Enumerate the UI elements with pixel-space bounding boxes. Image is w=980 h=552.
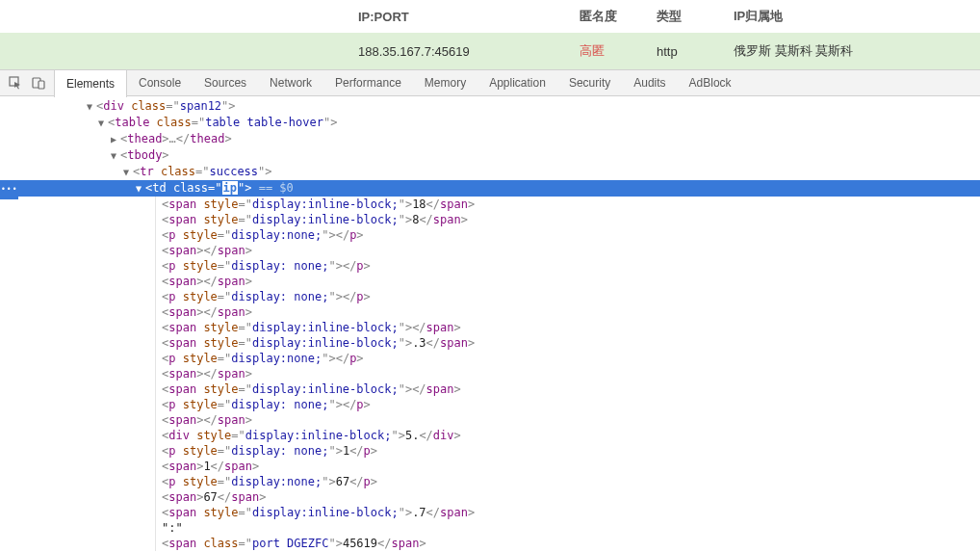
dom-node[interactable]: ":" <box>162 520 980 536</box>
dom-node[interactable]: <div style="display:inline-block;">5.</d… <box>162 428 980 443</box>
tab-console[interactable]: Console <box>127 70 193 95</box>
dom-node[interactable]: <p style="display: none;">1</p> <box>162 443 980 459</box>
dom-node[interactable]: <p style="display:none;">67</p> <box>162 474 980 489</box>
dom-node[interactable]: <span>1</span> <box>162 459 980 474</box>
tab-elements[interactable]: Elements <box>54 70 127 97</box>
dom-node[interactable]: <span style="display:inline-block;">.7</… <box>162 505 980 520</box>
dom-node[interactable]: <span style="display:inline-block;"></sp… <box>162 320 980 335</box>
tab-adblock[interactable]: AdBlock <box>678 70 743 95</box>
dom-node[interactable]: <span></span> <box>162 304 980 320</box>
header-ipport: IP:PORT <box>347 0 568 33</box>
dom-tree[interactable]: <div class="span12"> <table class="table… <box>0 96 980 552</box>
dom-node-selected[interactable]: <td class="ip"> == $0 <box>0 180 980 197</box>
cell-loc: 俄罗斯 莫斯科 莫斯科 <box>722 33 980 69</box>
dom-node[interactable]: <p style="display: none;"></p> <box>162 397 980 412</box>
dom-node[interactable]: <thead>…</thead> <box>0 131 980 147</box>
cell-ipport: 188.35.167.7:45619 <box>347 33 568 69</box>
inspect-icon[interactable] <box>6 73 25 92</box>
dom-node[interactable]: <span style="display:inline-block;">8</s… <box>162 212 980 227</box>
tab-audits[interactable]: Audits <box>622 70 677 95</box>
dom-node[interactable]: <span></span> <box>162 243 980 258</box>
tab-sources[interactable]: Sources <box>193 70 258 95</box>
blank-header <box>0 0 347 33</box>
device-toggle-icon[interactable] <box>29 73 48 92</box>
header-loc: IP归属地 <box>722 0 980 33</box>
dom-node[interactable]: <table class="table table-hover"> <box>0 115 980 131</box>
dom-node[interactable]: <span>67</span> <box>162 489 980 505</box>
dom-node[interactable]: <span class="port DGEZFC">45619</span> <box>162 536 980 551</box>
cell-type: http <box>645 33 722 69</box>
dom-node[interactable]: <p style="display:none;"></p> <box>162 227 980 243</box>
table-row[interactable]: 188.35.167.7:45619 高匿 http 俄罗斯 莫斯科 莫斯科 <box>0 33 980 69</box>
tab-application[interactable]: Application <box>477 70 557 95</box>
dom-node[interactable]: <tbody> <box>0 147 980 164</box>
tab-network[interactable]: Network <box>258 70 323 95</box>
dom-node[interactable]: <tr class="success"> <box>0 164 980 180</box>
proxy-table: IP:PORT 匿名度 类型 IP归属地 188.35.167.7:45619 … <box>0 0 980 69</box>
dom-node[interactable]: <p style="display: none;"></p> <box>162 258 980 274</box>
dom-node[interactable]: <span></span> <box>162 412 980 428</box>
dom-node[interactable]: <p style="display: none;"></p> <box>162 289 980 304</box>
dom-node[interactable]: <span style="display:inline-block;">18</… <box>162 197 980 212</box>
cell-anon: 高匿 <box>568 33 645 69</box>
header-anon: 匿名度 <box>568 0 645 33</box>
dom-node[interactable]: <span style="display:inline-block;"></sp… <box>162 381 980 397</box>
dom-node[interactable]: <p style="display:none;"></p> <box>162 351 980 366</box>
dom-node[interactable]: <div class="span12"> <box>0 98 980 115</box>
dom-node[interactable]: <span></span> <box>162 274 980 289</box>
tab-performance[interactable]: Performance <box>323 70 413 95</box>
tab-security[interactable]: Security <box>557 70 622 95</box>
dom-node[interactable]: <span style="display:inline-block;">.3</… <box>162 335 980 351</box>
tab-memory[interactable]: Memory <box>413 70 477 95</box>
header-type: 类型 <box>645 0 722 33</box>
svg-rect-2 <box>39 81 44 89</box>
devtools-tabbar: Elements Console Sources Network Perform… <box>0 69 980 96</box>
dom-node[interactable]: <span></span> <box>162 366 980 381</box>
